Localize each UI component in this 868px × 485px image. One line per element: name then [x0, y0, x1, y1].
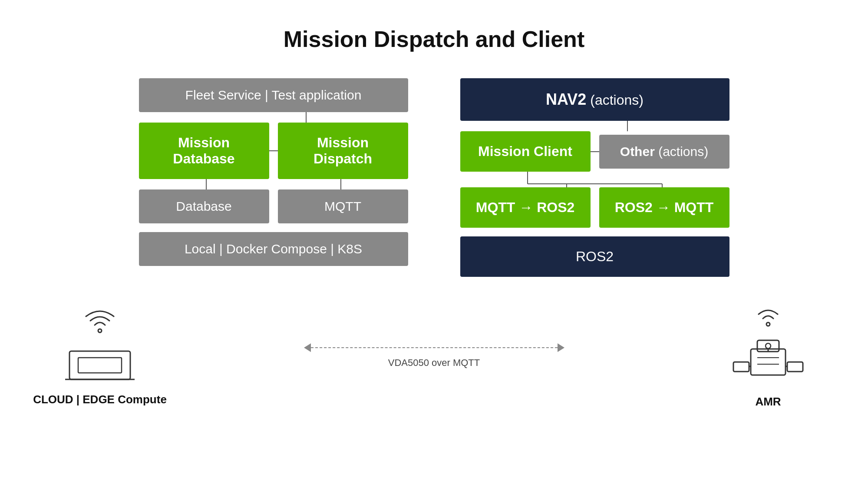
nav2-bar: NAV2 (actions) [460, 78, 729, 121]
bottom-section: CLOUD | EDGE Compute VDA5050 over MQTT [26, 303, 842, 409]
mqtt-ros2-box: MQTT → ROS2 [460, 187, 591, 228]
other-label-bold: Other [620, 144, 655, 159]
h-connector-right [591, 151, 599, 152]
mqtt-box: MQTT [278, 189, 408, 223]
mission-dispatch-box: Mission Dispatch [278, 123, 408, 179]
right-section: NAV2 (actions) Mission Client Other (act… [460, 78, 729, 277]
ros2-bar: ROS2 [460, 236, 729, 277]
nav2-label-sub: (actions) [586, 92, 644, 108]
db-mqtt-row: Database MQTT [139, 189, 408, 223]
cloud-side: CLOUD | EDGE Compute [26, 305, 174, 406]
ros2-mqtt-box: ROS2 → MQTT [599, 187, 729, 228]
svg-rect-11 [733, 362, 749, 372]
svg-rect-7 [751, 349, 785, 375]
h-connector [269, 150, 278, 151]
arrowhead-right [558, 343, 564, 352]
connector-v-db [206, 179, 207, 189]
page-title: Mission Dispatch and Client [284, 26, 584, 52]
dashed-arrow [304, 343, 564, 352]
mission-row: Mission Database Mission Dispatch [139, 123, 408, 179]
database-box: Database [139, 189, 269, 223]
svg-rect-5 [78, 358, 122, 373]
robot-icon [729, 336, 807, 388]
connector-v-left [306, 112, 307, 123]
mission-client-box: Mission Client [460, 131, 591, 172]
fleet-service-bar: Fleet Service | Test application [139, 78, 408, 112]
cloud-label: CLOUD | EDGE Compute [33, 393, 167, 406]
diagram-wrapper: Fleet Service | Test application Mission… [26, 78, 842, 277]
mission-database-box: Mission Database [139, 123, 269, 179]
svg-point-9 [766, 343, 771, 349]
connector-v-mqtt [340, 179, 341, 189]
other-box: Other (actions) [599, 135, 729, 169]
client-other-row: Mission Client Other (actions) [460, 131, 729, 172]
server-icon [65, 342, 135, 386]
connector-v-nav2 [627, 121, 628, 131]
amr-label: AMR [755, 395, 781, 409]
arrowhead-left [304, 343, 311, 352]
other-label-sub: (actions) [655, 144, 708, 159]
deployment-bar: Local | Docker Compose | K8S [139, 232, 408, 266]
svg-rect-12 [787, 362, 803, 372]
wifi-icon-amr [753, 303, 783, 329]
ros-row: MQTT → ROS2 ROS2 → MQTT [460, 187, 729, 228]
protocol-label: VDA5050 over MQTT [388, 357, 480, 369]
wifi-icon-cloud [83, 305, 117, 336]
dashed-line [311, 347, 558, 348]
nav2-label-bold: NAV2 [546, 90, 586, 108]
amr-side: AMR [694, 303, 842, 409]
left-section: Fleet Service | Test application Mission… [139, 78, 408, 277]
bracket-connector [460, 172, 729, 187]
arrow-section: VDA5050 over MQTT [174, 343, 694, 369]
